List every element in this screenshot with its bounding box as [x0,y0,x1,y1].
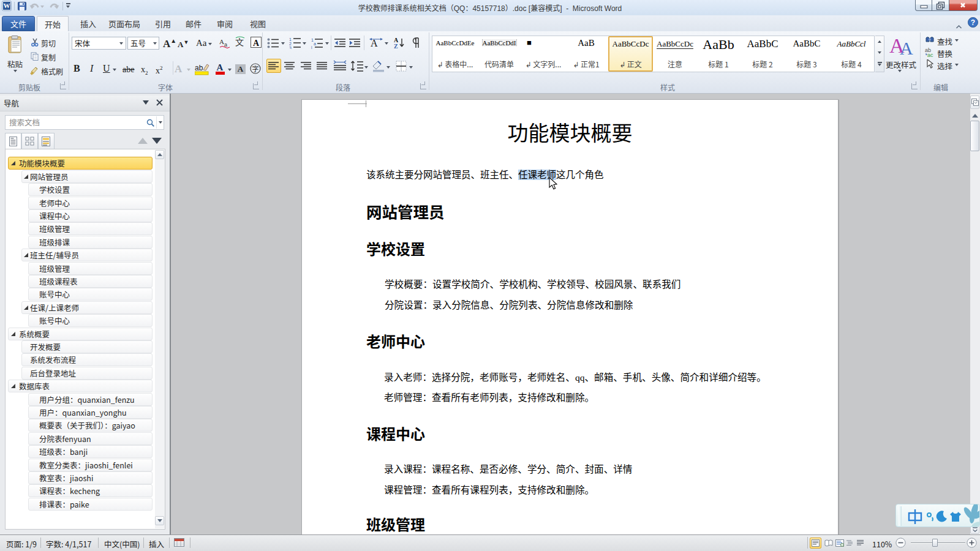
svg-text:A: A [253,39,260,48]
svg-text:W: W [4,2,10,9]
svg-text:ac: ac [927,52,933,57]
svg-text:字: 字 [252,64,259,73]
svg-text:3: 3 [289,46,292,49]
svg-text:A: A [900,38,913,55]
svg-text:A: A [217,62,224,72]
svg-text:Z: Z [394,43,398,49]
svg-text:2: 2 [289,42,292,46]
svg-text:ab: ab [195,64,203,72]
svg-text:i: i [311,45,312,49]
svg-text:a: a [314,42,316,46]
svg-text:A: A [219,38,224,45]
svg-text:?: ? [971,18,975,27]
svg-text:1: 1 [289,37,292,42]
